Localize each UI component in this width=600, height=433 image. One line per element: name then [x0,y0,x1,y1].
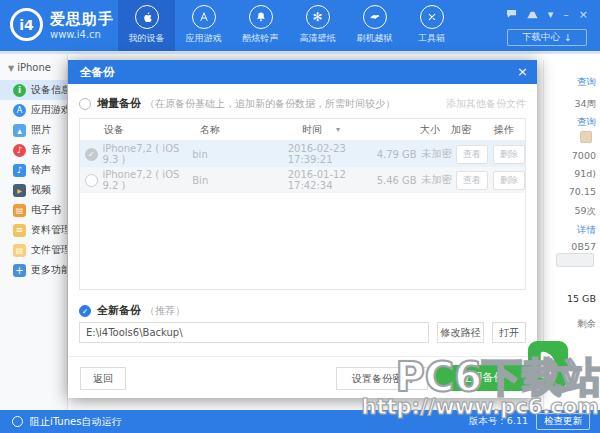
bg-fragment: 59次 [532,205,596,218]
delete-button[interactable]: 删除 [493,145,525,164]
sidebar: ▼iPhone 设备信息 应用游戏 照片 音乐 铃声 视频 电子书 [0,54,68,410]
table-row[interactable]: ✓ iPhone7,2 ( iOS 9.3 ) bin 2016-02-23 1… [80,141,525,167]
incremental-backup-label: 增量备份 [97,96,141,111]
main-nav: 我的设备 应用游戏 酷炫铃声 ✻ 高清壁纸 [118,0,460,51]
fresh-backup-hint: （推荐） [145,304,185,318]
bg-fragment: 15 GB [532,293,596,304]
sidebar-item-label: 视频 [31,183,51,197]
sidebar-item-label: 电子书 [31,203,61,217]
nav-jailbreak[interactable]: 刷机越狱 [346,0,403,51]
sidebar-item-label: 资料管理 [31,223,68,237]
skin-icon[interactable] [527,10,538,21]
nav-ringtones[interactable]: 酷炫铃声 [232,0,289,51]
app-url: www.i4.cn [50,29,114,40]
sidebar-item-label: 设备信息 [31,83,68,97]
dialog-title: 全备份 [80,65,115,79]
nav-app-games[interactable]: 应用游戏 [175,0,232,51]
cell-encrypted: 未加密 [417,173,456,187]
back-button[interactable]: 返回 [80,367,126,390]
sidebar-item-data-manage[interactable]: 资料管理 [0,220,67,240]
header-time[interactable]: 时间 ▾ [302,123,394,137]
bg-fragment: 34周 [532,98,596,111]
cell-time: 2016-02-23 17:39:21 [288,143,374,165]
table-row[interactable]: iPhone7,2 ( iOS 9.2 ) Bin 2016-01-12 17:… [80,167,525,193]
bg-gray-box [556,253,594,267]
sidebar-item-more[interactable]: 更多功能 [0,260,67,280]
minimize-icon[interactable]: – [563,10,569,20]
header-name: 名称 [200,123,302,137]
bird-icon [363,5,387,29]
bell-icon [249,5,273,29]
menu-chevron-icon[interactable]: ▾ [548,10,554,20]
bg-mini-icon [580,131,592,143]
sidebar-group-header[interactable]: ▼iPhone [0,54,67,80]
sidebar-item-label: 音乐 [31,143,51,157]
backup-path-input[interactable] [79,322,429,343]
video-icon [13,184,26,197]
bg-fragment-link[interactable]: 查询 [532,76,596,89]
bg-fragment: 剩余 [532,318,596,331]
cell-time: 2016-01-12 17:42:34 [288,169,374,191]
row-checked-icon[interactable]: ✓ [85,148,98,161]
row-unchecked-icon[interactable] [85,174,98,187]
sidebar-item-label: 应用游戏 [31,103,68,117]
sidebar-item-app-games[interactable]: 应用游戏 [0,100,67,120]
header-size: 大小 [394,123,440,137]
music-icon [13,144,26,157]
nav-label: 酷炫铃声 [232,32,289,45]
cell-name: Bin [192,175,287,186]
app-window: i4 爱思助手 www.i4.cn 我的设备 应用游戏 [0,0,600,433]
sidebar-item-label: 文件管理 [31,243,68,257]
bg-fragment: 91d) [532,168,596,179]
cell-device: iPhone7,2 ( iOS 9.3 ) [102,143,192,165]
bg-fragment-link[interactable]: 查询 [532,116,596,129]
sort-chevron-icon: ▾ [336,125,340,134]
nav-wallpapers[interactable]: ✻ 高清壁纸 [289,0,346,51]
incremental-backup-hint: （在原备份基础上，追加新的备份数据，所需时间较少） [145,97,395,111]
incremental-backup-radio[interactable] [79,98,91,110]
fresh-backup-label: 全新备份 [97,303,141,318]
dialog-close-icon[interactable]: × [517,63,528,81]
nav-toolbox[interactable]: 工具箱 [403,0,460,51]
more-functions-icon [13,264,26,277]
add-other-backup-link[interactable]: 添加其他备份文件 [446,97,526,111]
appstore-icon [192,5,216,29]
cell-device: iPhone7,2 ( iOS 9.2 ) [102,169,192,191]
header-device: 设备 [104,123,200,137]
fresh-backup-row: ✓ 全新备份 （推荐） [79,303,185,318]
sidebar-item-label: 更多功能 [31,263,68,277]
nav-label: 我的设备 [118,32,175,45]
app-logo: i4 爱思助手 www.i4.cn [10,8,114,41]
fresh-backup-radio[interactable]: ✓ [79,305,91,317]
sidebar-item-device-info[interactable]: 设备信息 [0,80,67,100]
nav-my-device[interactable]: 我的设备 [118,0,175,51]
feedback-icon[interactable] [506,9,517,21]
header-time-label: 时间 [302,123,322,137]
download-center-button[interactable]: 下载中心 ↓ [507,29,587,46]
sidebar-item-ebooks[interactable]: 电子书 [0,200,67,220]
sidebar-item-photos[interactable]: 照片 [0,120,67,140]
header-operation: 操作 [482,123,525,137]
sidebar-item-ringtones[interactable]: 铃声 [0,160,67,180]
sidebar-item-label: 铃声 [31,163,51,177]
close-icon[interactable]: × [579,10,588,20]
sidebar-item-label: 照片 [31,123,51,137]
view-button[interactable]: 查看 [456,145,488,164]
sidebar-item-file-manage[interactable]: 文件管理 [0,240,67,260]
view-button[interactable]: 查看 [456,171,488,190]
ringtone-bell-icon [13,164,26,177]
ebook-icon [13,204,26,217]
block-itunes-checkbox[interactable] [12,416,23,427]
titlebar: i4 爱思助手 www.i4.cn 我的设备 应用游戏 [0,0,600,51]
download-center-label: 下载中心 [522,31,560,44]
i4-logo-icon: i4 [10,8,43,41]
modify-path-button[interactable]: 修改路径 [437,322,484,343]
open-path-button[interactable]: 打开 [492,322,526,343]
bg-fragment: 70.15 [532,186,596,197]
full-backup-dialog: 全备份 × 增量备份 （在原备份基础上，追加新的备份数据，所需时间较少） 添加其… [68,60,537,398]
sidebar-item-video[interactable]: 视频 [0,180,67,200]
sidebar-item-music[interactable]: 音乐 [0,140,67,160]
delete-button[interactable]: 删除 [493,171,525,190]
bg-fragment: 0B57 [532,241,596,252]
bg-fragment-link[interactable]: 详情 [532,224,596,237]
